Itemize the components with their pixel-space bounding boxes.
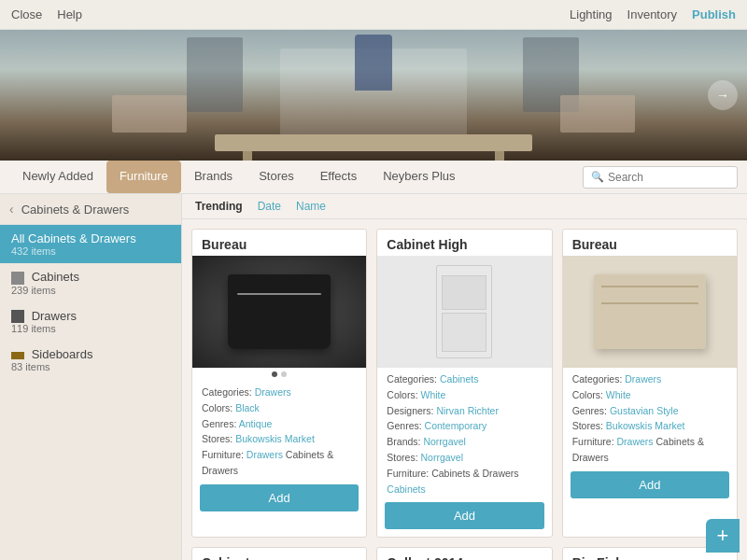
main-content: Trending Date Name Bureau Categories: Dr…: [182, 194, 747, 560]
hero-arrow-button[interactable]: →: [708, 80, 738, 110]
link-norrgavel-store[interactable]: Norrgavel: [421, 452, 464, 463]
add-button-cabinet-high[interactable]: Add: [385, 502, 543, 529]
sort-date[interactable]: Date: [258, 200, 281, 213]
card-meta-bureau-light: Categories: Drawers Colors: White Genres…: [563, 368, 737, 471]
card-cabinet-high: Cabinet High Categories: Cabinets Colors…: [376, 229, 552, 538]
search-icon: 🔍: [591, 171, 604, 183]
card-meta-cabinet-high: Categories: Cabinets Colors: White Desig…: [377, 368, 551, 502]
card-title-cabinet-high: Cabinet High: [377, 230, 551, 256]
hero-table: [215, 134, 532, 151]
card-meta-bureau-dark: Categories: Drawers Colors: Black Genres…: [192, 381, 366, 484]
sidebar-item-all-count: 432 items: [11, 245, 170, 257]
cabinet-high-furniture-shape: [436, 265, 492, 358]
top-nav: Close Help Lighting Inventory Publish: [0, 0, 747, 30]
sort-trending[interactable]: Trending: [195, 200, 243, 213]
sidebar-item-cabinets[interactable]: Cabinets 239 items: [0, 263, 181, 302]
card-title-cabinet: Cabinet: [192, 548, 366, 560]
bureau-dark-furniture-shape: [228, 274, 331, 349]
link-nirvan-richter[interactable]: Nirvan Richter: [436, 405, 499, 416]
sidebar: ‹ Cabinets & Drawers All Cabinets & Draw…: [0, 194, 182, 560]
content-area: ‹ Cabinets & Drawers All Cabinets & Draw…: [0, 194, 747, 560]
add-button-bureau-dark[interactable]: Add: [200, 484, 359, 511]
bureau-light-furniture-shape: [594, 274, 706, 349]
card-cabinet: Cabinet: [191, 547, 367, 560]
tab-brands[interactable]: Brands: [181, 161, 246, 193]
sidebar-item-sideboards[interactable]: Sideboards 83 items: [0, 341, 181, 379]
dot-1[interactable]: [272, 371, 277, 377]
link-bukowskis-1[interactable]: Bukowskis Market: [235, 433, 315, 444]
sidebar-item-all-name: All Cabinets & Drawers: [11, 231, 170, 245]
link-drawers-2[interactable]: Drawers: [625, 373, 661, 385]
sidebar-back-button[interactable]: ‹: [9, 202, 14, 217]
category-tabs: Newly Added Furniture Brands Stores Effe…: [0, 161, 747, 194]
card-title-collect: Collect 2014: [377, 548, 551, 560]
search-box[interactable]: 🔍: [583, 166, 738, 189]
sideboard-icon: [11, 352, 24, 359]
card-bureau-dark: Bureau Categories: Drawers Colors: Black…: [191, 229, 367, 538]
tab-neybers-plus[interactable]: Neybers Plus: [370, 161, 468, 193]
tab-furniture[interactable]: Furniture: [106, 161, 181, 193]
tab-stores[interactable]: Stores: [246, 161, 307, 193]
hero-room-image: [0, 30, 747, 161]
sort-name[interactable]: Name: [296, 200, 326, 213]
link-drawers-furniture-2[interactable]: Drawers: [617, 436, 654, 447]
search-input[interactable]: [608, 171, 729, 184]
sort-tabs: Trending Date Name: [182, 194, 747, 219]
lighting-button[interactable]: Lighting: [570, 7, 613, 21]
hero-banner: →: [0, 30, 747, 161]
image-dots: [192, 368, 366, 381]
link-black[interactable]: Black: [235, 402, 260, 413]
link-white-2[interactable]: White: [606, 389, 631, 400]
sidebar-header: ‹ Cabinets & Drawers: [0, 194, 181, 225]
card-collect: Collect 2014: [376, 547, 552, 560]
tab-effects[interactable]: Effects: [307, 161, 371, 193]
sidebar-item-cabinets-count: 239 items: [11, 285, 170, 296]
dot-2[interactable]: [281, 371, 287, 377]
link-contemporary[interactable]: Contemporary: [425, 420, 487, 431]
link-white-1[interactable]: White: [421, 389, 446, 400]
link-norrgavel-brand[interactable]: Norrgavel: [423, 436, 466, 447]
sidebar-item-sideboards-count: 83 items: [11, 361, 170, 372]
card-title-bureau-dark: Bureau: [192, 230, 366, 256]
top-nav-left: Close Help: [11, 7, 82, 21]
product-grid: Bureau Categories: Drawers Colors: Black…: [182, 219, 747, 560]
sidebar-item-drawers[interactable]: Drawers 119 items: [0, 302, 181, 342]
link-drawers-furniture-1[interactable]: Drawers: [247, 449, 283, 460]
top-nav-right: Lighting Inventory Publish: [570, 7, 736, 21]
card-bureau-light: Bureau Categories: Drawers Colors: White…: [562, 229, 738, 538]
link-cabinets-furniture[interactable]: Cabinets: [387, 483, 425, 495]
link-drawers-1[interactable]: Drawers: [255, 386, 291, 398]
sidebar-item-drawers-count: 119 items: [11, 323, 170, 334]
publish-button[interactable]: Publish: [692, 7, 736, 21]
add-button-bureau-light[interactable]: Add: [571, 471, 729, 498]
card-title-bureau-light: Bureau: [563, 230, 737, 256]
sidebar-item-cabinets-name: Cabinets: [32, 270, 79, 284]
inventory-button[interactable]: Inventory: [627, 7, 677, 21]
cabinet-icon: [11, 272, 24, 285]
plus-button[interactable]: +: [706, 519, 740, 553]
help-button[interactable]: Help: [57, 7, 82, 21]
sidebar-title: Cabinets & Drawers: [21, 203, 130, 217]
link-antique[interactable]: Antique: [239, 418, 273, 429]
sidebar-item-drawers-name: Drawers: [32, 309, 77, 323]
tab-newly-added[interactable]: Newly Added: [9, 161, 106, 193]
link-gustavian[interactable]: Gustavian Style: [610, 405, 679, 416]
close-button[interactable]: Close: [11, 7, 42, 21]
sidebar-item-all[interactable]: All Cabinets & Drawers 432 items: [0, 225, 181, 263]
card-image-bureau-light: [563, 256, 737, 368]
link-bukowskis-2[interactable]: Bukowskis Market: [606, 420, 685, 431]
sidebar-item-sideboards-name: Sideboards: [32, 347, 93, 361]
card-image-bureau-dark: [192, 256, 366, 368]
card-image-cabinet-high: [377, 256, 551, 368]
drawer-icon: [11, 310, 24, 323]
link-cabinets[interactable]: Cabinets: [440, 373, 478, 385]
